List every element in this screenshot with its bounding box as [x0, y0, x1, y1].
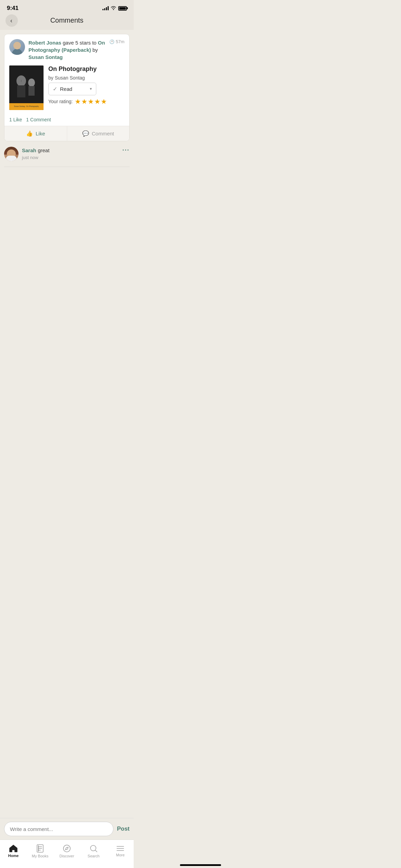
star-5: ★: [101, 97, 107, 106]
svg-rect-4: [28, 86, 35, 96]
comment-content: Sarah great ··· just now: [22, 147, 130, 161]
star-2: ★: [81, 97, 87, 106]
book-cover[interactable]: Susan Sontag · On Photography: [9, 65, 44, 110]
svg-point-3: [28, 79, 35, 87]
post-user-name[interactable]: Robert Jonas: [28, 40, 61, 46]
signal-icon: [102, 6, 109, 10]
nav-header: ‹ Comments: [0, 14, 134, 30]
back-chevron-icon: ‹: [10, 17, 12, 24]
clock-icon: 🕐: [109, 39, 114, 44]
comment-item: Sarah great ··· just now: [4, 147, 130, 167]
post-action: gave 5 stars to: [61, 40, 98, 46]
thumbs-up-icon: 👍: [26, 130, 33, 137]
like-btn-label: Like: [36, 131, 45, 136]
star-3: ★: [88, 97, 94, 106]
comment-icon: 💬: [82, 130, 89, 137]
post-card: Robert Jonas gave 5 stars to On Photogra…: [4, 34, 130, 141]
book-author: by Susan Sontag: [48, 75, 124, 81]
comment-count[interactable]: 1 Comment: [26, 117, 51, 122]
status-bar: 9:41: [0, 0, 134, 14]
action-buttons: 👍 Like 💬 Comment: [4, 126, 129, 141]
comment-options-button[interactable]: ···: [122, 147, 130, 154]
engagement-row: 1 Like 1 Comment: [4, 115, 129, 126]
rating-label: Your rating:: [48, 99, 73, 104]
post-by: by: [91, 47, 98, 53]
rating-row: Your rating: ★ ★ ★ ★ ★: [48, 97, 124, 106]
post-header: Robert Jonas gave 5 stars to On Photogra…: [4, 34, 129, 64]
post-time: 57m: [116, 39, 124, 44]
comment-user-name[interactable]: Sarah: [22, 147, 36, 153]
post-author-link[interactable]: Susan Sontag: [28, 54, 63, 60]
battery-icon: [118, 6, 127, 11]
dropdown-arrow-icon: ▾: [90, 86, 92, 91]
book-detail: Susan Sontag · On Photography On Photogr…: [4, 64, 129, 115]
post-description: Robert Jonas gave 5 stars to On Photogra…: [28, 39, 107, 61]
svg-rect-0: [9, 65, 44, 103]
wifi-icon: [111, 6, 116, 11]
star-rating: ★ ★ ★ ★ ★: [75, 97, 107, 106]
back-button[interactable]: ‹: [5, 14, 18, 27]
status-icons: [102, 6, 127, 11]
star-1: ★: [75, 97, 81, 106]
avatar-robert[interactable]: [9, 39, 25, 55]
avatar-sarah[interactable]: [4, 147, 19, 161]
page-title: Comments: [50, 16, 84, 24]
book-info: On Photography by Susan Sontag ✓ Read ▾ …: [48, 65, 124, 110]
svg-rect-2: [17, 85, 25, 97]
read-label: Read: [60, 86, 87, 92]
main-content: Robert Jonas gave 5 stars to On Photogra…: [0, 30, 134, 228]
book-cover-label: Susan Sontag · On Photography: [14, 106, 39, 108]
read-status-dropdown[interactable]: ✓ Read ▾: [48, 83, 96, 95]
like-button[interactable]: 👍 Like: [4, 126, 67, 141]
post-timestamp: 🕐 57m: [109, 39, 124, 44]
checkmark-icon: ✓: [53, 86, 57, 92]
comment-button[interactable]: 💬 Comment: [67, 126, 130, 141]
status-time: 9:41: [7, 5, 19, 12]
comment-text: great: [38, 147, 49, 153]
comment-btn-label: Comment: [92, 131, 114, 136]
book-title: On Photography: [48, 65, 124, 73]
comment-section: Sarah great ··· just now: [0, 141, 134, 172]
star-4: ★: [94, 97, 100, 106]
comment-timestamp: just now: [22, 155, 130, 160]
like-count[interactable]: 1 Like: [9, 117, 22, 122]
